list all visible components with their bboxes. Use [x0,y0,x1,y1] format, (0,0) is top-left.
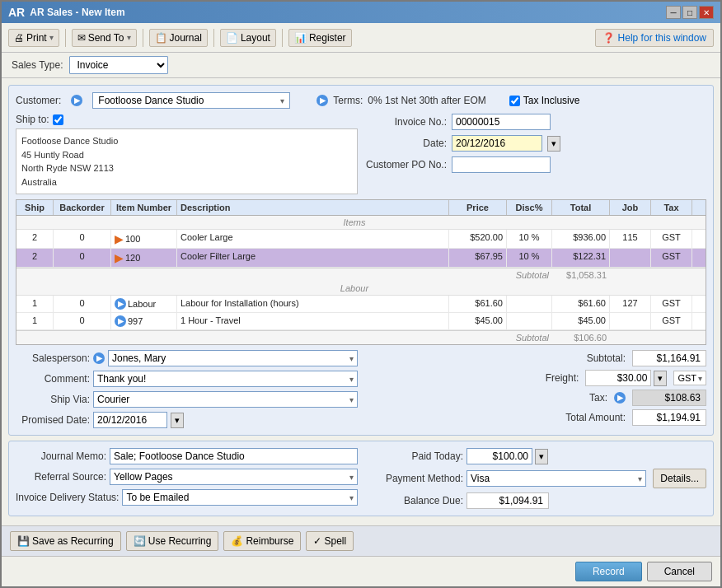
app-icon: AR [8,6,25,19]
customer-select[interactable]: Footloose Dance Studio ▾ [92,92,290,109]
ship-to-section: Ship to: Footloose Dance Studio 45 Huntl… [16,114,358,194]
terms-label: Terms: [333,95,363,106]
td-scroll-cell [692,230,706,248]
freight-input[interactable] [585,370,651,386]
referral-source-label: Referral Source: [16,471,106,483]
cancel-button[interactable]: Cancel [647,562,712,581]
labour-section-header: Labour [16,282,706,296]
tax-inclusive-checkbox[interactable] [509,96,520,106]
td-job [610,249,651,267]
invoice-po-input[interactable] [452,156,551,173]
save-recurring-button[interactable]: 💾 Save as Recurring [10,531,121,551]
table-body: Items 2 0 ▶100 Cooler Large $520.00 10 %… [16,216,706,344]
reimburse-button[interactable]: 💰 Reimburse [223,531,301,551]
send-to-button[interactable]: ✉ Send To ▾ [72,29,137,47]
td-disc: 10 % [507,249,552,267]
items-section-header: Items [16,216,706,230]
salesperson-nav-icon[interactable]: ▶ [93,352,105,364]
td-desc: Cooler Filter Large [177,249,449,267]
ship-address-line1: Footloose Dance Studio [21,134,352,148]
promised-date-picker[interactable]: ▾ [171,413,184,428]
toolbar-separator-4 [282,29,283,47]
layout-button[interactable]: 📄 Layout [220,29,276,47]
save-recurring-label: Save as Recurring [32,535,114,547]
freight-tax-select[interactable]: GST ▾ [673,371,706,385]
record-button[interactable]: Record [575,562,642,581]
journal-memo-row: Journal Memo: [16,448,358,464]
td-tax: GST [651,249,692,267]
delivery-status-select[interactable]: To be Emailed ▾ [122,489,358,506]
salesperson-group: Salesperson: ▶ Jones, Mary ▾ [16,350,358,366]
journal-button[interactable]: 📋 Journal [149,29,208,47]
customer-panel: Customer: ▶ Footloose Dance Studio ▾ ▶ T… [8,85,714,436]
journal-icon: 📋 [155,32,167,44]
subtotal-value: $1,164.91 [632,350,706,366]
save-recurring-icon: 💾 [17,535,30,547]
td-total: $61.60 [552,296,610,312]
promised-date-input[interactable] [93,412,167,428]
terms-row: ▶ Terms: 0% 1st Net 30th after EOM [316,95,485,106]
payment-method-select[interactable]: Visa ▾ [466,470,646,487]
spell-icon: ✓ [313,535,321,547]
td-price: $67.95 [449,249,507,267]
subtotal-label: Subtotal: [568,352,626,364]
td-ship: 1 [16,296,54,312]
table-row[interactable]: 2 0 ▶120 Cooler Filter Large $67.95 10 %… [16,249,706,268]
totals-section: Subtotal: $1,164.91 Freight: ▾ GST ▾ [364,350,706,428]
salesperson-select[interactable]: Jones, Mary ▾ [108,350,358,366]
invoice-date-input[interactable] [452,135,542,152]
row-nav-icon[interactable]: ▶ [115,232,124,245]
memo-left: Journal Memo: Referral Source: Yellow Pa… [16,448,358,509]
minimize-button[interactable]: ─ [666,6,681,19]
comment-value: Thank you! [97,373,146,385]
invoice-number-row: Invoice No.: 00000015 [364,114,706,130]
table-row[interactable]: 1 0 ▶Labour Labour for Installation (hou… [16,296,706,313]
balance-due-value: $1,094.91 [466,492,549,509]
th-job: Job [610,200,651,215]
maximize-button[interactable]: □ [682,6,697,19]
date-picker-button[interactable]: ▾ [547,136,560,152]
items-subtotal-label: Subtotal [16,268,552,282]
td-ship: 2 [16,249,54,267]
ship-to-checkbox[interactable] [53,114,63,125]
use-recurring-button[interactable]: 🔄 Use Recurring [126,531,219,551]
labour-section-label: Labour [16,282,692,295]
help-button[interactable]: ❓ Help for this window [595,29,714,47]
balance-due-row: Balance Due: $1,094.91 [364,492,706,509]
sales-type-select[interactable]: Invoice Quote Order [69,56,168,74]
invoice-date-row: Date: ▾ [364,135,706,152]
labour-subtotal-label: Subtotal [16,331,552,344]
tax-inclusive-label[interactable]: Tax Inclusive [509,95,580,106]
td-scroll-cell [692,296,706,312]
referral-source-select[interactable]: Yellow Pages ▾ [110,469,358,485]
journal-memo-input[interactable] [110,448,358,464]
print-button[interactable]: 🖨 Print ▾ [8,29,59,47]
register-button[interactable]: 📊 Register [288,29,352,47]
spell-button[interactable]: ✓ Spell [306,531,354,551]
window-title: AR Sales - New Item [30,7,124,18]
customer-nav-icon[interactable]: ▶ [71,95,82,106]
table-row[interactable]: 2 0 ▶100 Cooler Large $520.00 10 % $936.… [16,230,706,249]
sales-type-label: Sales Type: [12,59,63,71]
referral-source-value: Yellow Pages [114,471,173,483]
details-label: Details... [660,473,699,484]
paid-today-dropdown[interactable]: ▾ [535,449,548,464]
close-button[interactable]: ✕ [699,6,714,19]
comment-select[interactable]: Thank you! ▾ [93,371,358,387]
comment-label: Comment: [16,373,90,385]
row-nav-icon[interactable]: ▶ [115,298,126,310]
items-subtotal-value: $1,058.31 [552,268,610,282]
row-nav-icon[interactable]: ▶ [115,315,126,327]
layout-icon: 📄 [226,32,238,44]
terms-nav-icon[interactable]: ▶ [316,95,328,106]
details-button[interactable]: Details... [653,469,706,488]
freight-dropdown[interactable]: ▾ [654,371,667,386]
freight-row: Freight: ▾ GST ▾ [364,370,706,386]
ship-address-line4: Australia [21,175,352,189]
row-nav-icon[interactable]: ▶ [115,251,124,264]
table-row[interactable]: 1 0 ▶997 1 Hour - Travel $45.00 $45.00 G… [16,313,706,330]
invoice-number-input[interactable]: 00000015 [452,114,551,130]
paid-today-input[interactable] [466,448,532,464]
tax-info-icon[interactable]: ▶ [614,392,626,404]
ship-via-select[interactable]: Courier ▾ [93,391,358,408]
